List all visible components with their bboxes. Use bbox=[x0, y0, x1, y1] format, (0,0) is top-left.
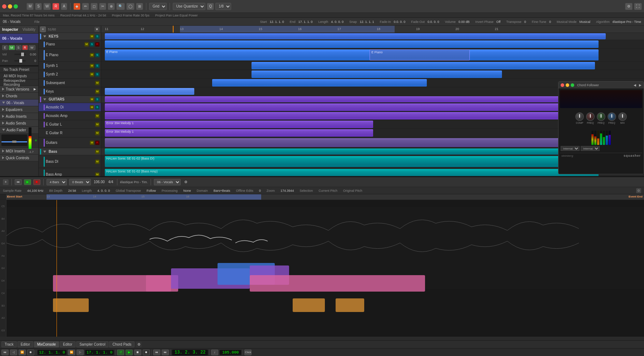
track-filter-btn[interactable]: ▼ bbox=[94, 27, 99, 32]
clip-eguitar-l[interactable]: Error 394 Melody 1 bbox=[105, 121, 373, 128]
tab-mixconsole[interactable]: MixConsole bbox=[34, 341, 59, 347]
clip-bass-group[interactable] bbox=[105, 148, 599, 155]
tool-split[interactable]: ✂ bbox=[99, 3, 106, 10]
synth1-solo[interactable]: S bbox=[95, 64, 99, 68]
plugin-prev-btn[interactable]: ◀ bbox=[634, 83, 636, 87]
tool-draw[interactable]: ✏ bbox=[82, 3, 89, 10]
track-row-bass-amp[interactable]: Bass Amp M bbox=[39, 168, 101, 176]
mode-m[interactable]: M bbox=[26, 3, 34, 10]
keys-solo[interactable]: S bbox=[95, 34, 99, 39]
tab-sampler[interactable]: Sampler Control bbox=[76, 341, 108, 347]
mode-s[interactable]: S bbox=[35, 3, 42, 10]
synth1-mute[interactable]: M bbox=[90, 64, 94, 68]
chords-header[interactable]: Chords bbox=[0, 93, 38, 99]
clip-acoustic-di[interactable] bbox=[105, 103, 599, 111]
plugin-input-select[interactable]: Internal bbox=[561, 146, 580, 151]
track-row-epiano[interactable]: E Piano M S bbox=[39, 49, 101, 62]
guitars-rec[interactable]: R bbox=[95, 141, 99, 145]
clip-subsequent[interactable] bbox=[212, 79, 427, 87]
tr-click-btn[interactable]: Click bbox=[244, 350, 252, 355]
mode-w[interactable]: W bbox=[43, 3, 51, 10]
bt-mode-select[interactable]: 4 Bars bbox=[47, 179, 67, 185]
keys-group-header[interactable]: KEYS M S bbox=[39, 33, 101, 40]
audio-fader-visual[interactable] bbox=[1, 135, 27, 146]
tab-editor2[interactable]: Editor bbox=[60, 341, 75, 347]
track-row-synth1[interactable]: Synth 1 M S bbox=[39, 62, 101, 70]
bass-mute[interactable]: M bbox=[95, 150, 99, 154]
pan-fader[interactable] bbox=[14, 60, 26, 62]
audio-fader-thumb[interactable] bbox=[12, 141, 16, 143]
plugin-output-select[interactable]: Internal bbox=[581, 146, 600, 151]
equalizers-header[interactable]: Equalizers bbox=[0, 106, 38, 113]
tr-cycle[interactable]: ↺ bbox=[117, 350, 124, 355]
bt-settings-btn[interactable]: ⚙ bbox=[183, 179, 189, 185]
tr-stop-btn[interactable]: ⏹ bbox=[134, 350, 141, 355]
insp-btn-r[interactable]: R bbox=[22, 45, 28, 50]
track-row-eguitar-r[interactable]: E Guitar R M bbox=[39, 129, 101, 137]
pan-thumb[interactable] bbox=[19, 59, 22, 63]
plugin-maximize-btn[interactable] bbox=[571, 83, 574, 87]
clip-eguitar-r[interactable]: Error 394 Melody 1 bbox=[105, 129, 373, 137]
tab-track[interactable]: Track bbox=[1, 341, 17, 347]
quantize-amount[interactable]: 1/8 bbox=[215, 3, 231, 10]
knob-4[interactable] bbox=[608, 112, 616, 121]
guitars-solo[interactable]: S bbox=[95, 97, 99, 102]
bt-record[interactable]: ⏺ bbox=[33, 179, 40, 185]
lane-keys-group[interactable] bbox=[101, 33, 644, 40]
mode-a[interactable]: A bbox=[61, 3, 68, 10]
bt-play[interactable]: ▶ bbox=[24, 179, 31, 185]
lane-epiano[interactable]: E Piano E Piano bbox=[101, 49, 644, 62]
guitars-mute2[interactable]: M bbox=[90, 141, 94, 145]
piano-mute[interactable]: M bbox=[84, 42, 89, 47]
track-row-acoustic-amp[interactable]: Acoustic Amp M bbox=[39, 112, 101, 120]
clip-piano[interactable] bbox=[105, 40, 599, 48]
epiano-mute[interactable]: M bbox=[90, 53, 94, 57]
bt-track-select[interactable]: 06 - Vocals bbox=[154, 179, 181, 185]
insp-btn-e[interactable]: E bbox=[2, 45, 8, 50]
waveform-content[interactable] bbox=[6, 200, 644, 337]
inspector-tab[interactable]: Inspector bbox=[2, 28, 18, 31]
tab-editor[interactable]: Editor bbox=[18, 341, 33, 347]
tr-cycle-back[interactable]: ◁ bbox=[10, 350, 17, 355]
volume-fader[interactable] bbox=[14, 54, 26, 55]
clip-acoustic-amp[interactable] bbox=[105, 112, 599, 120]
clip-guitars-group[interactable] bbox=[105, 96, 606, 102]
acoustic-amp-mute[interactable]: M bbox=[95, 114, 99, 118]
clip-synth1[interactable] bbox=[252, 62, 595, 69]
tr-tempo-track-btn[interactable]: ♩ bbox=[211, 350, 218, 355]
tab-settings-btn[interactable]: ⚙ bbox=[136, 342, 142, 347]
quantize-value-btn[interactable]: Q bbox=[207, 3, 214, 10]
piano-solo[interactable]: S bbox=[90, 42, 94, 47]
bass-group-header[interactable]: Bass M bbox=[39, 148, 101, 155]
tr-prev2[interactable]: ⏮ bbox=[153, 350, 160, 355]
tr-play-btn[interactable]: ▶ bbox=[126, 350, 133, 355]
add-track-btn[interactable]: + bbox=[40, 26, 46, 32]
eguitar-l-mute[interactable]: M bbox=[95, 122, 99, 127]
acoustic-di-mute[interactable]: M bbox=[90, 105, 94, 109]
audio-inserts-header[interactable]: Audio Inserts bbox=[0, 113, 38, 120]
tr-forward[interactable]: ▷ bbox=[77, 350, 84, 355]
tr-record-btn[interactable]: ⏺ bbox=[27, 350, 34, 355]
lane-piano[interactable] bbox=[101, 40, 644, 49]
clip-synth2[interactable] bbox=[252, 70, 502, 78]
tool-range[interactable]: ⊞ bbox=[136, 3, 143, 10]
maximize-btn[interactable] bbox=[14, 4, 18, 9]
settings-btn[interactable]: ⚙ bbox=[625, 3, 633, 10]
bass-amp-mute[interactable]: M bbox=[95, 172, 99, 176]
subsequent-mute[interactable]: M bbox=[95, 81, 99, 85]
track-row-keys[interactable]: Keys M bbox=[39, 87, 101, 96]
tr-next[interactable]: ⏭ bbox=[162, 350, 169, 355]
tab-chordpads[interactable]: Chord Pads bbox=[109, 341, 135, 347]
bottom-add-btn[interactable]: + bbox=[3, 179, 9, 185]
guitars-mute[interactable]: M bbox=[90, 97, 94, 102]
knob-2[interactable] bbox=[586, 112, 595, 121]
insp-btn-s[interactable]: S bbox=[16, 45, 21, 50]
track-versions-header[interactable]: Track Versions ▶ bbox=[0, 86, 38, 92]
tr-prev-marker[interactable]: ⏮ bbox=[1, 350, 9, 355]
grid-select[interactable]: Grid bbox=[149, 3, 167, 10]
track-row-piano[interactable]: Piano M S R bbox=[39, 40, 101, 49]
synth2-solo[interactable]: S bbox=[95, 72, 99, 77]
mode-r[interactable]: R bbox=[52, 3, 59, 10]
guitars-group-header[interactable]: GUITARS M S bbox=[39, 96, 101, 103]
lane-synth1[interactable] bbox=[101, 62, 644, 70]
